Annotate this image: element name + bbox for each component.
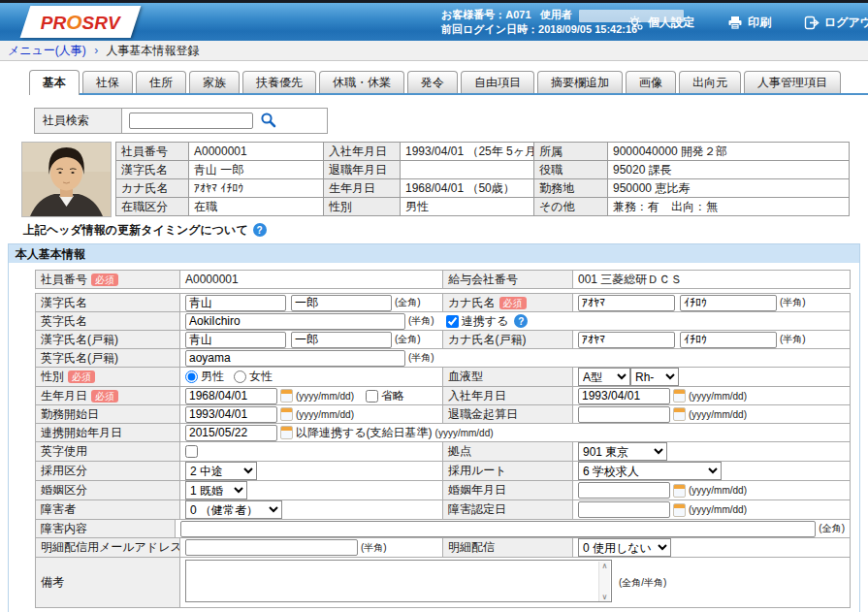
zenkaku-hint: (全角) (395, 333, 421, 346)
summary-label: 生年月日 (324, 179, 400, 197)
breadcrumb-menu-link[interactable]: メニュー(人事) (8, 44, 86, 57)
field-label: カナ氏名 (448, 295, 496, 311)
koseki-kanji-first-input[interactable] (291, 332, 392, 348)
tab-shaho[interactable]: 社保 (82, 71, 133, 93)
shogai-date-input[interactable] (578, 501, 670, 518)
logout-button[interactable]: ログアウト (804, 15, 868, 31)
eiji-name-input[interactable] (185, 313, 405, 330)
row-link-start: 連携開始年月日 以降連携する(支給日基準)(yyyy/mm/dd) (35, 423, 851, 442)
tab-basic[interactable]: 基本 (29, 70, 80, 95)
row-work-start: 勤務開始日 (yyyy/mm/dd) 退職金起算日 (yyyy/mm/dd) (35, 404, 851, 424)
tab-jinji-kanri[interactable]: 人事管理項目 (744, 71, 841, 93)
tab-tekiyo[interactable]: 摘要欄追加 (537, 71, 623, 93)
tab-free-items[interactable]: 自由項目 (461, 71, 534, 93)
required-badge: 必須 (68, 370, 95, 383)
calendar-icon[interactable] (280, 389, 293, 403)
employee-search-input[interactable] (129, 113, 253, 129)
field-label: 漢字氏名 (41, 295, 87, 311)
textarea-scrollbar[interactable]: ∧ ∨ (598, 562, 610, 601)
scroll-down-icon[interactable]: ∨ (602, 593, 608, 601)
summary-label: 退職年月日 (324, 161, 400, 178)
calendar-icon[interactable] (280, 426, 293, 439)
tab-hatsurei[interactable]: 発令 (407, 71, 458, 93)
summary-value: 9000040000 開発２部 (608, 143, 849, 160)
tab-shukko[interactable]: 出向元 (679, 71, 741, 93)
employee-summary: 社員番号 A0000001 入社年月日 1993/04/01 （25年 5ヶ月）… (21, 142, 868, 217)
link-start-input[interactable] (185, 425, 277, 441)
calendar-icon[interactable] (673, 407, 686, 421)
employee-summary-table: 社員番号 A0000001 入社年月日 1993/04/01 （25年 5ヶ月）… (115, 142, 850, 216)
zenkaku-hint: (全角) (819, 522, 845, 535)
date-format-hint: (yyyy/mm/dd) (296, 391, 354, 402)
kanji-last-name-input[interactable] (185, 295, 286, 311)
shogai-select[interactable]: 0 （健常者） (185, 500, 282, 519)
row-shogai: 障害者 0 （健常者） 障害認定日 (yyyy/mm/dd) (35, 499, 851, 520)
koseki-kanji-last-input[interactable] (185, 332, 286, 348)
tab-image[interactable]: 画像 (626, 71, 676, 93)
breadcrumb: メニュー(人事) › 人事基本情報登録 (0, 41, 868, 61)
eiji-use-checkbox[interactable] (185, 445, 198, 458)
field-label: 漢字氏名(戸籍) (41, 332, 118, 348)
logout-icon (804, 16, 820, 30)
kana-last-name-input[interactable] (578, 295, 675, 311)
summary-label: 役職 (534, 161, 607, 178)
row-gender: 性別必須 男性 女性 血液型 A型 Rh- (35, 367, 851, 387)
saiyo-route-select[interactable]: 6 学校求人 (578, 462, 722, 480)
summary-value: A0000001 (189, 143, 323, 160)
scroll-up-icon[interactable]: ∧ (602, 562, 608, 570)
field-label: 退職金起算日 (448, 406, 518, 423)
form-table-top: 社員番号必須 A0000001 給与会社番号 001 三菱総研ＤＣＳ (35, 270, 851, 289)
koseki-kana-first-input[interactable] (680, 332, 777, 348)
blood-rh-select[interactable]: Rh- (630, 368, 679, 386)
tab-kyushoku[interactable]: 休職・休業 (319, 71, 404, 93)
retire-base-input[interactable] (578, 406, 670, 423)
logout-label: ログアウト (824, 15, 868, 31)
mail-input[interactable] (185, 539, 358, 556)
calendar-icon[interactable] (673, 484, 686, 498)
birth-date-input[interactable] (185, 388, 277, 404)
calendar-icon[interactable] (673, 503, 686, 517)
print-button[interactable]: 印刷 (727, 15, 771, 31)
page-title: 人事基本情報登録 (107, 44, 200, 57)
tab-address[interactable]: 住所 (136, 71, 186, 93)
field-label: 社員番号 (41, 272, 87, 288)
employee-photo (21, 142, 112, 217)
kana-first-name-input[interactable] (680, 295, 777, 311)
meisai-select[interactable]: 0 使用しない (578, 538, 671, 557)
logo-text-2: SRV (82, 13, 120, 33)
birth-omit-checkbox[interactable] (366, 390, 378, 403)
field-label: 採用区分 (41, 463, 87, 479)
personal-settings-button[interactable]: 個人設定 (628, 15, 694, 31)
saiyo-kubun-select[interactable]: 2 中途 (185, 462, 257, 480)
work-start-input[interactable] (185, 406, 277, 423)
koseki-eiji-name-input[interactable] (185, 350, 405, 367)
field-label: 入社年月日 (448, 388, 506, 404)
calendar-icon[interactable] (673, 389, 686, 403)
blood-type-select[interactable]: A型 (578, 368, 630, 386)
logo-text: PR (41, 13, 66, 33)
tab-fuyou[interactable]: 扶養優先 (242, 71, 316, 93)
summary-value: 兼務：有 出向：無 (608, 198, 849, 215)
konin-kubun-select[interactable]: 1 既婚 (185, 481, 247, 499)
pay-company-value: 001 三菱総研ＤＣＳ (578, 272, 682, 288)
hire-date-input[interactable] (578, 388, 670, 404)
konin-date-input[interactable] (578, 482, 670, 499)
help-icon[interactable]: ? (253, 223, 267, 237)
shogai-naiyo-input[interactable] (180, 521, 816, 537)
biko-textarea[interactable] (185, 560, 612, 602)
renkei-checkbox[interactable] (446, 315, 459, 328)
tab-family[interactable]: 家族 (189, 71, 240, 93)
calendar-icon[interactable] (280, 407, 293, 421)
base-select[interactable]: 901 東京 (578, 442, 667, 461)
help-icon[interactable]: ? (514, 314, 528, 328)
gender-male-radio[interactable] (185, 370, 198, 383)
employee-search-box: 社員検索 (34, 108, 328, 134)
koseki-kana-last-input[interactable] (578, 332, 675, 348)
gender-female-radio[interactable] (234, 370, 246, 383)
last-login: 前回ログイン日時：2018/09/05 15:42:16 (441, 23, 637, 35)
personal-settings-label: 個人設定 (648, 15, 694, 31)
field-label: 英字氏名 (41, 313, 87, 330)
kanji-first-name-input[interactable] (291, 295, 392, 311)
search-icon[interactable] (260, 112, 276, 131)
field-label: 採用ルート (448, 463, 507, 479)
